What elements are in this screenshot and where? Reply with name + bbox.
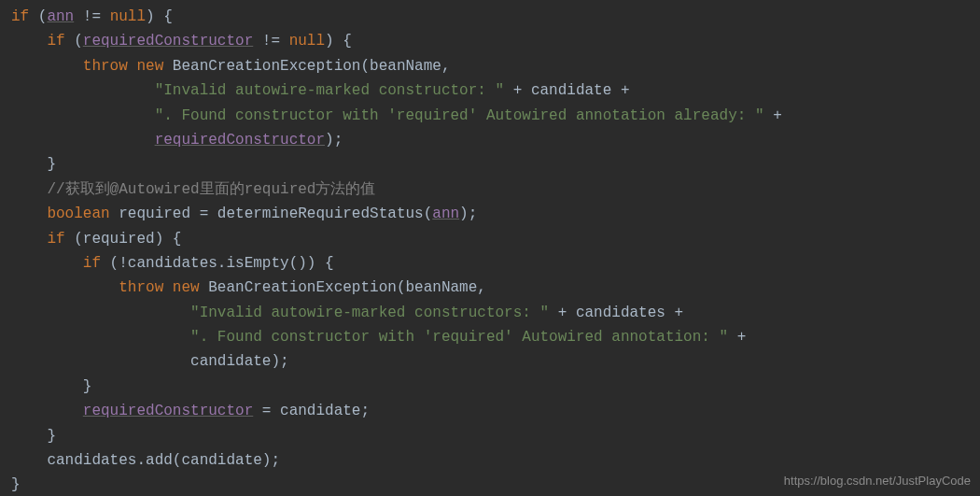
plain: candidates.add(candidate); bbox=[47, 452, 280, 469]
brace: } bbox=[47, 428, 56, 445]
string: "Invalid autowire-marked constructors: " bbox=[190, 305, 549, 321]
brace: } bbox=[11, 476, 21, 493]
keyword-if: if bbox=[47, 231, 64, 248]
indent-guide bbox=[83, 132, 155, 149]
plain: candidate); bbox=[190, 353, 289, 370]
plain: required = determineRequiredStatus( bbox=[110, 205, 433, 222]
brace: } bbox=[47, 156, 56, 173]
keyword-if: if bbox=[83, 255, 101, 272]
op: + bbox=[728, 329, 746, 346]
keyword-if: if bbox=[47, 33, 64, 50]
paren: ( bbox=[65, 33, 83, 50]
indent-guide bbox=[119, 329, 190, 346]
close: ); bbox=[325, 132, 343, 149]
string: "Invalid autowire-marked constructor: " bbox=[155, 82, 504, 99]
op: + candidates + bbox=[549, 305, 683, 321]
var-reqcon: requiredConstructor bbox=[83, 403, 253, 419]
brace: ) { bbox=[146, 8, 173, 25]
var-reqcon: requiredConstructor bbox=[155, 132, 325, 149]
string: ". Found constructor with 'required' Aut… bbox=[155, 107, 764, 124]
comment: //获取到@Autowired里面的required方法的值 bbox=[47, 181, 375, 198]
op: + candidate + bbox=[504, 82, 629, 99]
plain: (required) { bbox=[65, 231, 182, 248]
brace: } bbox=[83, 378, 92, 395]
var-ann: ann bbox=[432, 205, 459, 222]
indent-guide bbox=[119, 305, 190, 321]
paren: ( bbox=[29, 8, 47, 25]
indent-guide bbox=[83, 82, 155, 99]
plain: (!candidates.isEmpty()) { bbox=[101, 255, 334, 272]
class-call: BeanCreationException(beanName, bbox=[163, 58, 450, 75]
var-ann: ann bbox=[47, 8, 74, 25]
indent-guide bbox=[83, 107, 155, 124]
var-reqcon: requiredConstructor bbox=[83, 33, 253, 50]
close: ); bbox=[459, 205, 477, 222]
keyword-null: null bbox=[289, 33, 325, 50]
code-block: if (ann != null) { if (requiredConstruct… bbox=[11, 5, 980, 496]
indent-guide bbox=[119, 353, 190, 370]
string: ". Found constructor with 'required' Aut… bbox=[190, 329, 728, 346]
keyword-boolean: boolean bbox=[47, 205, 109, 222]
op: + bbox=[764, 107, 782, 124]
keyword-null: null bbox=[110, 8, 146, 25]
op: != bbox=[74, 8, 109, 25]
csdn-watermark: https://blog.csdn.net/JustPlayCode bbox=[784, 471, 971, 490]
plain: = candidate; bbox=[253, 403, 370, 419]
class-call: BeanCreationException(beanName, bbox=[200, 279, 486, 296]
keyword-throw: throw new bbox=[119, 279, 199, 296]
keyword-throw: throw new bbox=[83, 58, 163, 75]
keyword-if: if bbox=[11, 8, 29, 25]
op: != bbox=[253, 33, 288, 50]
brace: ) { bbox=[325, 33, 352, 50]
